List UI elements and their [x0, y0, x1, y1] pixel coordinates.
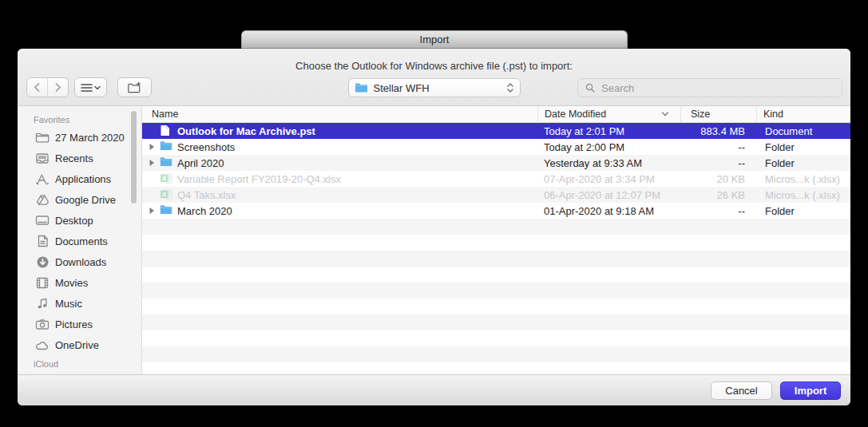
file-kind: Folder — [756, 157, 850, 169]
file-date-modified: 07-Apr-2020 at 3:34 PM — [537, 173, 680, 185]
file-kind: Folder — [756, 205, 850, 217]
chevron-left-icon — [33, 82, 42, 93]
table-row[interactable]: Outlook for Mac Archive.pstToday at 2:01… — [142, 123, 850, 139]
file-name: Variable Report FY2019-20-Q4.xlsx — [177, 173, 341, 185]
disclosure-triangle-icon[interactable] — [149, 159, 157, 167]
column-header-date-modified[interactable]: Date Modified — [537, 106, 680, 122]
table-row[interactable]: Variable Report FY2019-20-Q4.xlsx07-Apr-… — [142, 171, 850, 187]
sidebar-section-favorites: Favorites — [18, 113, 141, 127]
empty-row — [142, 251, 850, 267]
sidebar-item-movies[interactable]: Movies — [18, 272, 141, 293]
empty-row — [142, 330, 850, 346]
import-button[interactable]: Import — [780, 382, 841, 400]
table-row[interactable]: March 202001-Apr-2020 at 9:18 AM--Folder — [142, 203, 850, 219]
folder-icon — [160, 204, 172, 217]
file-name: Screenshots — [177, 141, 235, 153]
sidebar-item-applications[interactable]: Applications — [18, 168, 141, 189]
path-selector-label: Stellar WFH — [374, 82, 506, 94]
empty-row — [142, 346, 850, 362]
desktop-icon — [35, 213, 50, 227]
sidebar-item-label: Pictures — [55, 318, 93, 330]
dialog-prompt: Choose the Outlook for Windows archive f… — [18, 60, 850, 72]
column-header-name[interactable]: Name — [142, 106, 537, 122]
sidebar-item-recents[interactable]: Recents — [18, 148, 141, 168]
disclosure-triangle-icon[interactable] — [149, 143, 157, 151]
new-folder-button[interactable] — [117, 77, 152, 97]
documents-icon — [35, 234, 50, 248]
sidebar-item-27-march-2020[interactable]: 27 March 2020 — [18, 127, 141, 148]
back-button[interactable] — [27, 78, 48, 97]
search-input[interactable] — [600, 81, 835, 95]
sidebar-item-label: Applications — [55, 173, 111, 185]
view-options-button[interactable] — [74, 77, 107, 97]
sidebar-item-label: Recents — [55, 152, 93, 164]
column-header-kind[interactable]: Kind — [756, 106, 850, 122]
new-folder-icon — [127, 81, 142, 94]
empty-row — [142, 267, 850, 283]
table-row[interactable]: ScreenshotsToday at 2:00 PM--Folder — [142, 139, 850, 155]
file-date-modified: 06-Apr-2020 at 12:07 PM — [537, 189, 680, 201]
recents-icon — [35, 151, 50, 165]
empty-row — [142, 219, 850, 235]
chevron-right-icon — [54, 82, 62, 93]
movies-icon — [35, 275, 50, 290]
file-size: -- — [680, 205, 756, 217]
import-file-dialog: Choose the Outlook for Windows archive f… — [18, 49, 850, 405]
forward-button[interactable] — [48, 78, 68, 97]
excel-icon — [160, 172, 172, 185]
window-title: Import — [420, 34, 450, 45]
file-kind: Document — [756, 125, 850, 137]
file-size: 26 KB — [680, 189, 756, 201]
disclosure-triangle-icon[interactable] — [149, 207, 157, 215]
sidebar-item-label: Desktop — [55, 215, 93, 227]
file-size: -- — [680, 157, 756, 169]
file-size: 20 KB — [680, 173, 756, 185]
table-row[interactable]: April 2020Yesterday at 9:33 AM--Folder — [142, 155, 850, 171]
file-list: Name Date Modified Size Kind Outlook for… — [142, 106, 850, 374]
file-list-header: Name Date Modified Size Kind — [142, 106, 850, 123]
cancel-button[interactable]: Cancel — [711, 382, 772, 400]
file-name: Outlook for Mac Archive.pst — [177, 125, 315, 137]
folder-gray-icon — [35, 130, 50, 144]
file-kind: Micros...k (.xlsx) — [756, 173, 850, 185]
empty-row — [142, 235, 850, 251]
column-header-size[interactable]: Size — [680, 106, 756, 122]
sidebar-item-label: 27 March 2020 — [55, 132, 125, 144]
dialog-header: Choose the Outlook for Windows archive f… — [18, 49, 850, 106]
sidebar-item-google-drive[interactable]: Google Drive — [18, 189, 141, 210]
file-size: 883.4 MB — [680, 125, 756, 137]
dialog-footer: Cancel Import — [18, 374, 850, 405]
table-row[interactable]: Q4 Taks.xlsx06-Apr-2020 at 12:07 PM26 KB… — [142, 187, 850, 203]
applications-icon — [35, 172, 50, 186]
excel-icon — [160, 188, 172, 201]
sidebar-item-label: OneDrive — [55, 339, 99, 351]
sidebar-scrollbar[interactable] — [131, 111, 137, 204]
file-name: March 2020 — [177, 205, 232, 217]
updown-chevrons-icon — [506, 82, 514, 93]
file-kind: Micros...k (.xlsx) — [756, 189, 850, 201]
sidebar-item-onedrive[interactable]: OneDrive — [18, 334, 141, 355]
path-selector[interactable]: Stellar WFH — [348, 78, 521, 97]
file-date-modified: Today at 2:00 PM — [537, 141, 680, 153]
file-date-modified: Today at 2:01 PM — [537, 125, 680, 137]
search-field[interactable] — [577, 78, 842, 97]
list-view-icon — [81, 83, 93, 93]
onedrive-icon — [35, 338, 50, 352]
sidebar-item-label: Documents — [55, 235, 108, 247]
sidebar-item-pictures[interactable]: Pictures — [18, 314, 141, 334]
sidebar-item-music[interactable]: Music — [18, 293, 141, 314]
downloads-icon — [35, 255, 50, 269]
search-icon — [585, 82, 596, 93]
folder-icon — [355, 82, 368, 93]
sidebar-item-downloads[interactable]: Downloads — [18, 251, 141, 272]
nav-buttons — [26, 77, 69, 97]
sidebar-item-documents[interactable]: Documents — [18, 231, 141, 251]
sidebar-item-label: Google Drive — [55, 194, 116, 206]
sidebar-item-desktop[interactable]: Desktop — [18, 210, 141, 231]
file-name: April 2020 — [177, 157, 224, 169]
file-kind: Folder — [756, 141, 850, 153]
sidebar-section-icloud: iCloud — [18, 357, 58, 371]
empty-row — [142, 283, 850, 299]
chevron-down-icon — [94, 85, 101, 90]
pictures-icon — [35, 317, 50, 331]
